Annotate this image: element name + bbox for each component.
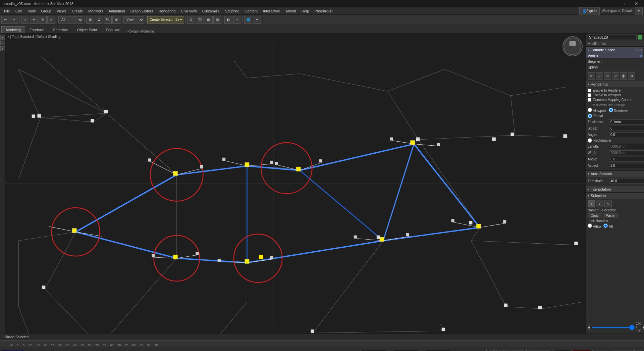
length-input[interactable] <box>609 144 644 149</box>
tab-selection[interactable]: Selection <box>49 26 72 33</box>
go-end-button[interactable]: ⏭ <box>518 350 524 351</box>
prev-frame-button[interactable]: ◀ <box>496 350 502 351</box>
interpolation-header[interactable]: ▸ Interpolation <box>586 186 644 192</box>
spinner-snap-button[interactable]: ⊕ <box>112 16 120 24</box>
mod-rotate-button[interactable]: ↻ <box>604 72 611 80</box>
spline-mode-button[interactable]: ∿ <box>604 200 612 207</box>
menu-help[interactable]: Help <box>299 8 312 14</box>
enable-viewport-checkbox[interactable] <box>588 93 591 97</box>
menu-content[interactable]: Content <box>242 8 261 14</box>
go-start-button[interactable]: ⏮ <box>489 350 495 351</box>
view-dropdown[interactable]: View Screen World <box>123 16 144 23</box>
vertex-mode-button[interactable]: ⊹ <box>588 200 595 207</box>
add-time-tag-button[interactable]: Add Time Tag <box>529 350 550 351</box>
copy-selection-button[interactable]: Copy <box>588 213 601 218</box>
key-filters-button[interactable]: Key Filters... <box>614 350 635 351</box>
mod-item-segment[interactable]: Segment <box>586 59 643 64</box>
menu-graph-editors[interactable]: Graph Editors <box>128 8 156 14</box>
maximize-button[interactable]: □ <box>621 0 631 7</box>
mod-move-button[interactable]: ↔ <box>596 72 603 80</box>
menu-create[interactable]: Create <box>69 8 86 14</box>
menu-rendering[interactable]: Rendering <box>156 8 178 14</box>
rectangular-radio[interactable] <box>588 138 592 143</box>
slider-left-button[interactable]: ◀ <box>588 325 590 330</box>
curve-editor-button[interactable]: ~ <box>233 16 241 24</box>
mod-pencil-button[interactable]: ✏ <box>588 72 595 80</box>
paste-selection-button[interactable]: Paste <box>603 213 618 218</box>
timeline-ruler[interactable]: -5 0 5 10 15 20 25 30 35 40 45 50 55 60 … <box>0 340 644 347</box>
tab-freeform[interactable]: Freeform <box>25 26 49 33</box>
gen-mapping-checkbox[interactable] <box>588 98 591 102</box>
create-selection-button[interactable]: Create Selection Se ▾ <box>147 16 184 23</box>
viewport-radio[interactable] <box>588 108 592 112</box>
all-radio[interactable] <box>603 223 608 228</box>
material-editor-button[interactable]: ◧ <box>224 16 232 24</box>
menu-interactive[interactable]: Interactive <box>260 8 283 14</box>
left-strip-btn-3[interactable]: ◈ <box>0 46 5 51</box>
enable-renderer-checkbox[interactable] <box>588 89 591 92</box>
mod-options-button[interactable]: ⚙ <box>628 72 635 80</box>
close-button[interactable]: ✕ <box>631 0 641 7</box>
play-button[interactable]: ▶ <box>503 350 509 351</box>
thickness-input[interactable] <box>609 119 644 124</box>
render-frame-button[interactable]: ▦ <box>205 16 213 24</box>
left-strip-btn-1[interactable]: ▶ <box>0 35 5 40</box>
menu-edit[interactable]: Edit <box>13 8 24 14</box>
percent-snap-button[interactable]: % <box>104 16 112 24</box>
rendering-rollout-header[interactable]: ▾ Rendering <box>586 81 644 87</box>
renderer-radio[interactable] <box>609 108 613 112</box>
segment-mode-button[interactable]: / <box>596 200 603 207</box>
next-frame-button[interactable]: ▶ <box>511 350 517 351</box>
tab-object-paint[interactable]: Object Paint <box>73 26 102 33</box>
workspaces-dropdown-button[interactable]: ▾ <box>635 7 643 15</box>
render-button[interactable]: 🎬 <box>196 16 204 24</box>
menu-civil-view[interactable]: Civil View <box>178 8 199 14</box>
environment-button[interactable]: 🌐 <box>244 16 252 24</box>
undo-button[interactable]: ↩ <box>1 16 9 24</box>
left-strip-btn-2[interactable]: ◾ <box>0 41 5 45</box>
nav-widget[interactable]: TOP <box>562 36 583 56</box>
tab-populate[interactable]: Populate <box>101 26 124 33</box>
scale-button[interactable]: ⤢ <box>47 16 55 24</box>
mod-item-editable-spline[interactable]: ▾ Editable Spline ⊞ ⊡ <box>586 47 643 53</box>
radial-radio[interactable] <box>588 114 592 118</box>
sign-in-button[interactable]: 👤 Sign In <box>579 7 600 15</box>
select-button[interactable]: ↗ <box>21 16 29 24</box>
menu-group[interactable]: Group <box>38 8 54 14</box>
menu-arnold[interactable]: Arnold <box>283 8 299 14</box>
auto-smooth-header[interactable]: ▾ Auto Smooth <box>586 171 644 177</box>
angle2-input[interactable] <box>609 157 644 162</box>
menu-customize[interactable]: Customize <box>200 8 222 14</box>
lock-icon[interactable]: ⊡ <box>639 48 642 52</box>
shape-color-box[interactable] <box>638 35 642 40</box>
menu-views[interactable]: Views <box>54 8 69 14</box>
nav-circle[interactable]: TOP <box>562 36 583 56</box>
pin-icon[interactable]: ⊞ <box>636 48 639 52</box>
render-setup-button[interactable]: ⚙ <box>187 16 195 24</box>
mod-trash-button[interactable]: 🗑 <box>620 72 627 80</box>
angle-input[interactable] <box>609 132 644 137</box>
menu-modifiers[interactable]: Modifiers <box>86 8 106 14</box>
selection-header[interactable]: ▾ Selection <box>586 193 644 199</box>
sides-input[interactable] <box>609 126 644 131</box>
select-move-button[interactable]: ✛ <box>30 16 38 24</box>
width-input[interactable] <box>609 150 644 155</box>
search-button[interactable]: 🔍 <box>636 350 642 351</box>
rp-slider[interactable] <box>591 327 635 328</box>
threshold-input[interactable] <box>609 179 644 184</box>
menu-scripting[interactable]: Scripting <box>222 8 242 14</box>
menu-animation[interactable]: Animation <box>106 8 128 14</box>
snap-toggle-button[interactable]: ⊞ <box>86 16 94 24</box>
filter-dropdown[interactable]: All Geometry Shapes <box>58 16 83 23</box>
redo-button[interactable]: ↪ <box>10 16 18 24</box>
angle-snap-button[interactable]: ∡ <box>95 16 103 24</box>
alike-radio[interactable] <box>588 223 592 228</box>
tab-modeling[interactable]: Modeling <box>1 26 25 33</box>
mod-scale-button[interactable]: ⤢ <box>612 72 619 80</box>
rotate-button[interactable]: ↻ <box>39 16 47 24</box>
mod-item-vertex[interactable]: Vertex ⊞ <box>586 53 643 59</box>
vertex-pin-icon[interactable]: ⊞ <box>639 54 642 57</box>
menu-phoenixfd[interactable]: PhoenixFD <box>312 8 335 14</box>
render-effects-button[interactable]: ✦ <box>253 16 261 24</box>
menu-tools[interactable]: Tools <box>24 8 39 14</box>
